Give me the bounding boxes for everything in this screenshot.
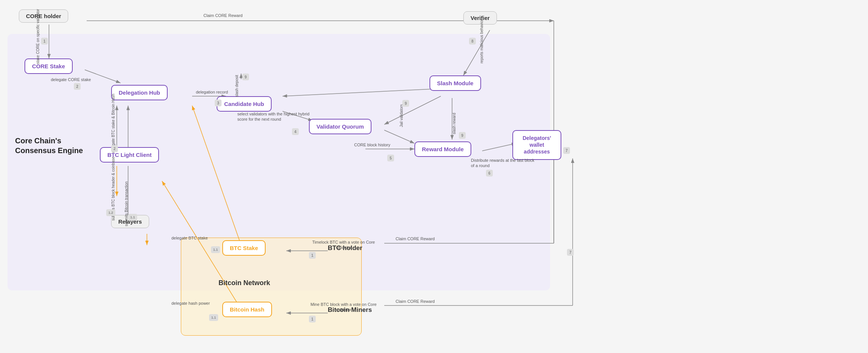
step-1a-badge: 1: [41, 38, 48, 45]
label-timelock-btc: Timelock BTC with a vote on Core validat…: [306, 239, 381, 250]
label-claim-core-reward-btc: Claim CORE Reward: [396, 236, 435, 241]
reward-module-node: Reward Module: [414, 141, 471, 157]
label-delegation-record: delegation record: [196, 90, 228, 94]
label-stake-core: stake CORE on specific validator: [36, 30, 40, 64]
bitcoin-network-area: [181, 238, 362, 336]
step-11c-badge: 1.1: [209, 314, 218, 321]
label-reports-malicious: reports malicious behavior: [480, 26, 484, 63]
step-7b-badge: 7: [567, 249, 574, 256]
step-6-badge: 6: [486, 170, 493, 176]
step-11-badge: 1.1: [128, 214, 137, 221]
step-4-badge: 4: [292, 128, 299, 135]
label-select-validators: select validators with the highest hybri…: [237, 111, 313, 122]
diagram-container: CORE holder Verifier CORE Stake Delegati…: [0, 0, 868, 353]
label-mine-btc: Mine BTC block with a vote on Core valid…: [306, 302, 381, 313]
label-slash-reward: slash reward: [452, 108, 456, 134]
delegation-hub-node: Delegation Hub: [111, 85, 168, 100]
step-9c-badge: 9: [459, 132, 466, 139]
consensus-engine-title: Core Chain's Consensus Engine: [15, 136, 83, 155]
label-claim-core-reward-miners: Claim CORE Reward: [396, 299, 435, 304]
step-9a-badge: 9: [242, 74, 249, 80]
step-1b-badge: 1: [309, 252, 316, 259]
label-delegate-hash-power: delegate hash power: [171, 301, 210, 305]
btc-stake-node: BTC Stake: [222, 240, 266, 256]
validator-quorum-node: Validator Quorum: [309, 119, 371, 134]
label-submits-bitcoin-tx: submits Bitcoin transaction: [124, 185, 128, 226]
label-core-block-history: CORE block history: [354, 143, 390, 147]
step-2b-badge: 2: [111, 145, 118, 152]
bitcoin-hash-node: Bitcoin Hash: [222, 302, 272, 317]
label-distribute-rewards: Distribute rewards at the last block of …: [471, 158, 539, 169]
step-8-badge: 8: [469, 38, 476, 45]
btc-light-client-node: BTC Light Client: [100, 147, 159, 163]
step-3-badge: 3: [215, 100, 222, 106]
step-11b-badge: 1.1: [211, 246, 220, 253]
core-holder-node: CORE holder: [19, 9, 68, 23]
candidate-hub-node: Candidate Hub: [217, 96, 272, 112]
label-delegate-core-stake: delegate CORE stake: [51, 77, 91, 82]
slash-module-node: Slash Module: [429, 75, 481, 91]
label-claim-core-reward-top: Claim CORE Reward: [203, 13, 243, 18]
delegators-wallet-node: Delegators' wallet addresses: [512, 130, 561, 160]
step-1c-badge: 1: [309, 316, 316, 322]
label-slash-deposit: slash deposit: [235, 74, 239, 97]
step-5-badge: 5: [387, 155, 394, 161]
step-7a-badge: 7: [563, 147, 570, 154]
core-stake-node: CORE Stake: [24, 58, 73, 74]
label-delegate-btc-stake-1: delegate BTC stake: [171, 236, 208, 240]
step-12-badge: 1.2: [106, 209, 115, 216]
bitcoin-network-label: Bitcoin Network: [219, 279, 270, 287]
step-2a-badge: 2: [74, 83, 81, 90]
step-9b-badge: 9: [402, 100, 409, 107]
